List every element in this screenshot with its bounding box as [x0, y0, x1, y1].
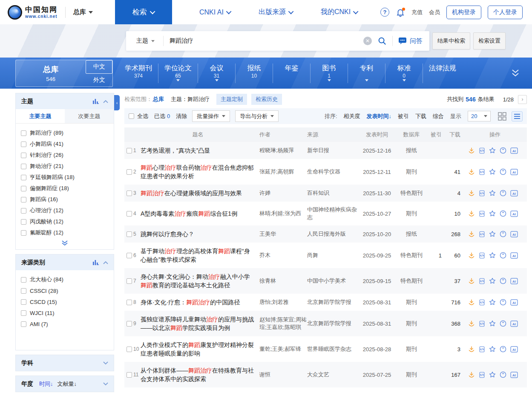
- checkbox[interactable]: [21, 219, 26, 225]
- read-icon[interactable]: [479, 169, 485, 175]
- select-all-checkbox[interactable]: [129, 113, 134, 119]
- checkbox[interactable]: [21, 288, 26, 294]
- download-icon[interactable]: [468, 169, 475, 175]
- cite-quote-icon[interactable]: ”: [500, 277, 506, 284]
- checkbox[interactable]: [21, 130, 26, 136]
- result-source[interactable]: 大众文艺: [307, 371, 357, 379]
- vip-link[interactable]: 会员: [429, 9, 440, 16]
- row-checkbox[interactable]: [127, 300, 132, 305]
- result-authors[interactable]: 林晴;利婧;张为西: [259, 210, 307, 217]
- year-sort-by-volume[interactable]: 文献量↓: [58, 380, 77, 388]
- checkbox[interactable]: [21, 186, 26, 191]
- search-settings-button[interactable]: 检索设置: [473, 32, 506, 49]
- notification-bell-icon[interactable]: [396, 8, 405, 17]
- column-header-author[interactable]: 作者: [259, 131, 307, 139]
- result-cited-count[interactable]: 1: [426, 252, 443, 259]
- category-tab[interactable]: 会议31: [198, 64, 235, 83]
- result-download-count[interactable]: 41: [443, 169, 463, 175]
- nav-cnki-ai[interactable]: CNKI AI: [199, 9, 231, 16]
- category-tab[interactable]: 标准0: [385, 64, 423, 83]
- cite-quote-icon[interactable]: ”: [500, 210, 506, 217]
- topic-filter-item[interactable]: 丙戊酸钠 (12): [21, 216, 109, 227]
- read-icon[interactable]: [479, 346, 485, 353]
- row-checkbox[interactable]: [127, 372, 132, 378]
- read-icon[interactable]: [479, 190, 485, 196]
- cite-quote-icon[interactable]: ”: [500, 371, 506, 378]
- checkbox[interactable]: [21, 197, 26, 202]
- row-checkbox[interactable]: [127, 253, 132, 258]
- favorite-star-icon[interactable]: [489, 320, 496, 327]
- checkbox[interactable]: [21, 164, 26, 169]
- nav-publish-sources[interactable]: 出版来源: [259, 8, 293, 17]
- bar-chart-icon[interactable]: [93, 98, 99, 104]
- source-category-item[interactable]: AMI (7): [21, 318, 109, 329]
- topic-filter-item[interactable]: 舞动治疗 (21): [21, 161, 109, 172]
- result-authors[interactable]: 张延芹;高朝辉: [259, 168, 307, 176]
- result-download-count[interactable]: 368: [443, 321, 463, 327]
- column-header-cited[interactable]: 被引: [426, 131, 443, 139]
- personal-login-button[interactable]: 个人登录: [488, 6, 523, 19]
- list-view-icon[interactable]: [512, 111, 523, 121]
- checkbox[interactable]: [21, 277, 26, 283]
- checkbox[interactable]: [21, 175, 26, 180]
- row-checkbox[interactable]: [127, 191, 132, 196]
- grid-view-icon[interactable]: [497, 111, 507, 121]
- export-analyze-dropdown[interactable]: 导出与分析: [235, 110, 279, 122]
- result-title-link[interactable]: 身心共舞·文化润心：舞动治疗融入中小学舞蹈教育的理论基础与本土化路径: [141, 273, 250, 289]
- expand-categories-icon[interactable]: [510, 69, 521, 78]
- sort-relevance[interactable]: 相关度: [344, 113, 360, 120]
- search-field-selector[interactable]: 主题: [126, 37, 163, 45]
- result-download-count[interactable]: 4: [443, 190, 463, 196]
- result-download-count[interactable]: 37: [443, 278, 463, 284]
- scope-value[interactable]: 总库: [153, 95, 164, 103]
- checkbox[interactable]: [21, 153, 26, 158]
- search-in-results-button[interactable]: 结果中检索: [432, 32, 470, 49]
- result-title-link[interactable]: 舞蹈治疗在心理健康领域的应用与效果: [141, 190, 242, 196]
- result-title-link[interactable]: 人类作业模式下的舞蹈康复护理对精神分裂症患者睡眠质量的影响: [141, 341, 254, 357]
- download-icon[interactable]: [468, 372, 475, 378]
- checkbox[interactable]: [21, 142, 26, 147]
- topic-filter-item[interactable]: 亨廷顿舞蹈病 (18): [21, 172, 109, 183]
- column-header-date[interactable]: 发表时间: [357, 131, 397, 139]
- cite-quote-icon[interactable]: ”: [500, 299, 506, 306]
- category-tab[interactable]: 年鉴: [273, 64, 310, 83]
- ai-icon[interactable]: AI: [510, 372, 518, 378]
- read-icon[interactable]: [479, 372, 485, 378]
- cnki-logo[interactable]: 中国知网 www.cnki.net: [8, 5, 58, 20]
- column-header-source[interactable]: 来源: [307, 131, 357, 139]
- topic-filter-item[interactable]: 偏侧舞蹈症 (18): [21, 183, 109, 194]
- select-all-label[interactable]: 全选: [137, 113, 148, 120]
- org-login-button[interactable]: 机构登录: [446, 6, 481, 19]
- cite-quote-icon[interactable]: ”: [500, 320, 506, 327]
- column-header-database[interactable]: 数据库: [397, 131, 426, 139]
- download-icon[interactable]: [468, 252, 475, 259]
- topic-filter-item[interactable]: 氟哌啶醇 (12): [21, 227, 109, 238]
- ai-icon[interactable]: AI: [510, 190, 518, 196]
- download-icon[interactable]: [468, 231, 475, 237]
- row-checkbox[interactable]: [127, 278, 132, 284]
- cite-quote-icon[interactable]: ”: [500, 147, 506, 154]
- favorite-star-icon[interactable]: [489, 147, 496, 154]
- result-source[interactable]: 中国中小学美术: [307, 277, 357, 285]
- favorite-star-icon[interactable]: [489, 190, 496, 196]
- download-icon[interactable]: [468, 321, 475, 327]
- ai-icon[interactable]: AI: [510, 169, 518, 175]
- result-source[interactable]: 尚舞: [307, 251, 357, 259]
- sort-downloads[interactable]: 下载: [415, 113, 426, 120]
- search-history-button[interactable]: 检索历史: [251, 94, 282, 105]
- cite-quote-icon[interactable]: ”: [500, 252, 506, 259]
- ai-icon[interactable]: AI: [510, 147, 518, 154]
- result-source[interactable]: 中国神经精神疾病杂志: [307, 206, 357, 221]
- show-more-topics-icon[interactable]: [16, 239, 114, 249]
- result-download-count[interactable]: 3: [443, 346, 463, 353]
- result-source[interactable]: 北京舞蹈学院学报: [307, 320, 357, 327]
- result-title-link[interactable]: A型肉毒毒素治疗瘢痕舞蹈综合征1例: [141, 210, 237, 217]
- topic-filter-item[interactable]: 小舞蹈病 (41): [21, 139, 109, 150]
- result-authors[interactable]: 程晓琳;杨频萍: [259, 147, 307, 154]
- favorite-star-icon[interactable]: [489, 371, 496, 378]
- ai-icon[interactable]: AI: [510, 346, 518, 353]
- result-title-link[interactable]: 身体·文化·疗愈：舞蹈治疗的中国路径: [141, 299, 240, 306]
- expand-panel-icon[interactable]: [103, 361, 108, 365]
- library-selector[interactable]: 总库: [73, 8, 93, 16]
- result-source[interactable]: 百科知识: [307, 189, 357, 197]
